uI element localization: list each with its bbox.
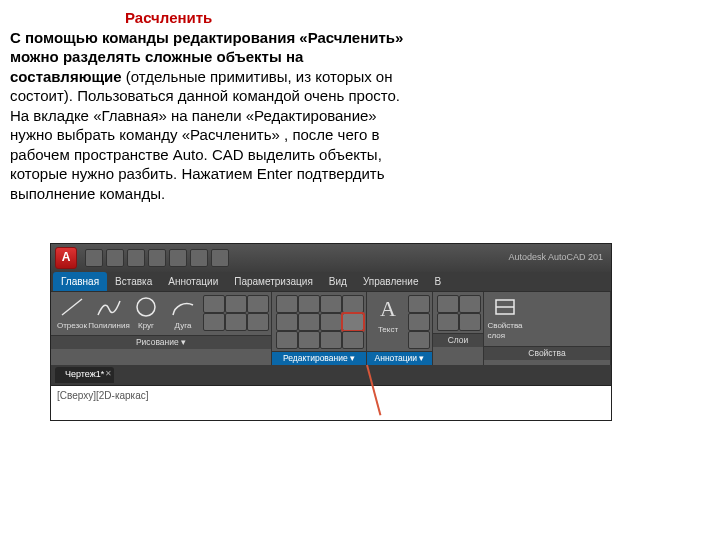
modify-stretch-icon[interactable] [276, 331, 298, 349]
modify-grid [276, 295, 362, 347]
draw-small-4-icon[interactable] [203, 313, 225, 331]
annot-small [408, 295, 428, 347]
draw-small-1-icon[interactable] [203, 295, 225, 313]
panel-annot: A Текст Аннотации ▾ [367, 292, 433, 365]
tab-home[interactable]: Главная [53, 272, 107, 291]
ribbon-tabs: Главная Вставка Аннотации Параметризация… [51, 272, 611, 291]
ribbon: Отрезок Полилиния Круг Дуга [51, 291, 611, 365]
annot-dim-icon[interactable] [408, 295, 430, 313]
annot-leader-icon[interactable] [408, 313, 430, 331]
modify-offset-icon[interactable] [342, 331, 364, 349]
document-tabs: Чертеж1* [51, 365, 611, 385]
tab-manage[interactable]: Управление [355, 272, 427, 291]
qat-save-icon[interactable] [127, 249, 145, 267]
modify-trim-icon[interactable] [320, 295, 342, 313]
tab-view[interactable]: Вид [321, 272, 355, 291]
modify-explode-icon[interactable] [342, 313, 364, 331]
panel-layers: Слои [433, 292, 484, 365]
layer-2-icon[interactable] [459, 295, 481, 313]
qat-open-icon[interactable] [106, 249, 124, 267]
modify-move-icon[interactable] [276, 295, 298, 313]
panel-draw-title[interactable]: Рисование ▾ [51, 335, 271, 349]
layer-3-icon[interactable] [437, 313, 459, 331]
draw-small-5-icon[interactable] [225, 313, 247, 331]
doc-heading: Расчленить [10, 8, 710, 28]
tool-layer-props[interactable]: Свойства слоя [488, 295, 522, 342]
quick-access-toolbar [85, 249, 229, 267]
layer-4-icon[interactable] [459, 313, 481, 331]
autocad-screenshot: A Autodesk AutoCAD 201 Главная Вставка А… [50, 243, 610, 421]
tab-more[interactable]: В [427, 272, 450, 291]
modify-rotate-icon[interactable] [298, 295, 320, 313]
text-icon: A [374, 295, 402, 323]
tool-polyline-label: Полилиния [88, 321, 130, 331]
tool-line[interactable]: Отрезок [55, 295, 89, 331]
qat-new-icon[interactable] [85, 249, 103, 267]
panel-modify-title[interactable]: Редактирование ▾ [272, 351, 366, 365]
layer-grid [437, 295, 479, 329]
tool-polyline[interactable]: Полилиния [92, 295, 126, 331]
modify-erase-icon[interactable] [342, 295, 364, 313]
qat-undo-icon[interactable] [148, 249, 166, 267]
qat-more-icon[interactable] [211, 249, 229, 267]
tab-insert[interactable]: Вставка [107, 272, 160, 291]
title-bar: A Autodesk AutoCAD 201 [51, 244, 611, 272]
panel-props-title[interactable]: Свойства [484, 346, 610, 360]
svg-line-0 [62, 299, 82, 315]
qat-print-icon[interactable] [190, 249, 208, 267]
draw-small-3-icon[interactable] [247, 295, 269, 313]
tool-layer-props-label: Свойства слоя [487, 321, 522, 342]
tab-param[interactable]: Параметризация [226, 272, 321, 291]
modify-fillet-icon[interactable] [320, 313, 342, 331]
draw-small-tools [203, 295, 267, 331]
tool-arc[interactable]: Дуга [166, 295, 200, 331]
product-name: Autodesk AutoCAD 201 [508, 252, 607, 264]
modify-array-icon[interactable] [320, 331, 342, 349]
tool-text[interactable]: A Текст [371, 295, 405, 347]
tool-circle[interactable]: Круг [129, 295, 163, 331]
modify-mirror-icon[interactable] [298, 313, 320, 331]
panel-layers-title[interactable]: Слои [433, 333, 483, 347]
panel-annot-title[interactable]: Аннотации ▾ [367, 351, 432, 365]
tab-annot[interactable]: Аннотации [160, 272, 226, 291]
doc-body: С помощью команды редактирования «Расчле… [10, 28, 410, 204]
panel-props: Свойства слоя Свойства [484, 292, 611, 365]
doc-tab[interactable]: Чертеж1* [55, 367, 114, 383]
draw-small-2-icon[interactable] [225, 295, 247, 313]
tool-text-label: Текст [378, 325, 398, 335]
viewport[interactable]: [Сверху][2D-каркас] [51, 385, 611, 420]
draw-small-6-icon[interactable] [247, 313, 269, 331]
modify-scale-icon[interactable] [298, 331, 320, 349]
app-logo-icon[interactable]: A [55, 247, 77, 269]
qat-redo-icon[interactable] [169, 249, 187, 267]
panel-modify: Редактирование ▾ [272, 292, 367, 365]
tool-circle-label: Круг [138, 321, 154, 331]
tool-line-label: Отрезок [57, 321, 87, 331]
view-label: [Сверху][2D-каркас] [57, 389, 149, 402]
modify-copy-icon[interactable] [276, 313, 298, 331]
tool-arc-label: Дуга [175, 321, 192, 331]
svg-point-1 [137, 298, 155, 316]
layer-1-icon[interactable] [437, 295, 459, 313]
panel-draw: Отрезок Полилиния Круг Дуга [51, 292, 272, 365]
annot-table-icon[interactable] [408, 331, 430, 349]
